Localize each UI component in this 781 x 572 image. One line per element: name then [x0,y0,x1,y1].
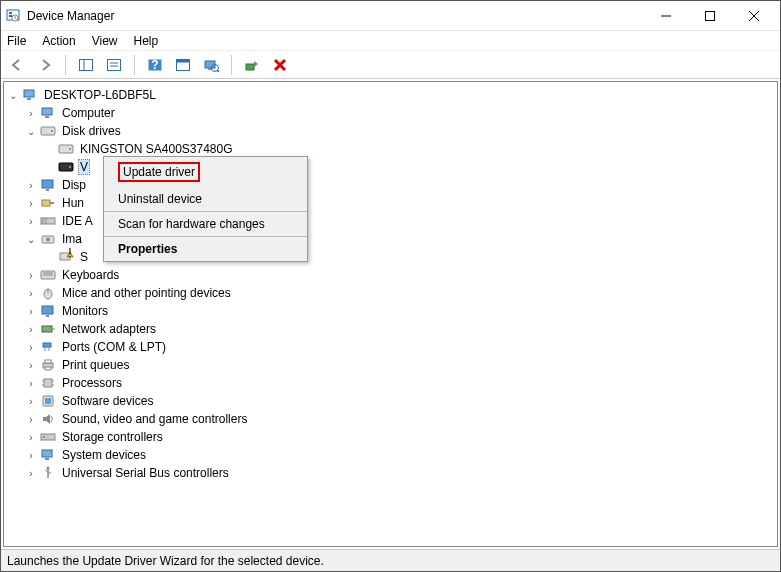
processor-icon [40,375,56,391]
tree-node-software[interactable]: › Software devices [6,392,775,410]
svg-rect-36 [42,200,50,206]
ide-icon [40,213,56,229]
properties-button[interactable] [102,53,126,77]
forward-button[interactable] [33,53,57,77]
svg-rect-51 [46,315,49,317]
tree-node-sound[interactable]: › Sound, video and game controllers [6,410,775,428]
system-icon [40,447,56,463]
tree-node-computer[interactable]: › Computer [6,104,775,122]
svg-rect-5 [706,11,715,20]
chevron-right-icon[interactable]: › [24,414,38,425]
disk-drive-icon [40,123,56,139]
device-tree[interactable]: ⌄ DESKTOP-L6DBF5L › Computer ⌄ Disk driv… [3,81,778,547]
port-icon [40,339,56,355]
tree-node-system[interactable]: › System devices [6,446,775,464]
chevron-right-icon[interactable]: › [24,468,38,479]
chevron-down-icon[interactable]: ⌄ [24,234,38,245]
help-button[interactable]: ? [143,53,167,77]
chevron-right-icon[interactable]: › [24,324,38,335]
toolbar: ? [1,51,780,79]
tree-node-keyboards[interactable]: › Keyboards [6,266,775,284]
context-menu-update-driver[interactable]: Update driver [104,157,307,187]
mouse-icon [40,285,56,301]
show-hide-tree-button[interactable] [74,53,98,77]
menu-help[interactable]: Help [134,34,159,48]
computer-category-icon [40,105,56,121]
context-menu-uninstall[interactable]: Uninstall device [104,187,307,211]
tree-node-ports[interactable]: › Ports (COM & LPT) [6,338,775,356]
software-icon [40,393,56,409]
chevron-right-icon[interactable]: › [24,198,38,209]
uninstall-button[interactable] [268,53,292,77]
tree-node-label: KINGSTON SA400S37480G [78,142,235,156]
tree-node-print-queues[interactable]: › Print queues [6,356,775,374]
close-button[interactable] [732,2,776,30]
chevron-right-icon[interactable]: › [24,378,38,389]
chevron-down-icon[interactable]: ⌄ [6,90,20,101]
svg-rect-8 [80,59,93,70]
toolbar-separator [134,55,135,75]
chevron-down-icon[interactable]: ⌄ [24,126,38,137]
chevron-right-icon[interactable]: › [24,180,38,191]
chevron-right-icon[interactable]: › [24,270,38,281]
menu-action[interactable]: Action [42,34,75,48]
imaging-icon [40,231,56,247]
tree-node-label: System devices [60,448,148,462]
chevron-right-icon[interactable]: › [24,108,38,119]
svg-rect-50 [42,306,53,314]
svg-point-29 [51,130,53,132]
back-button[interactable] [5,53,29,77]
svg-rect-35 [46,189,49,191]
svg-rect-59 [45,367,51,370]
chevron-right-icon[interactable]: › [24,288,38,299]
tree-node-monitors[interactable]: › Monitors [6,302,775,320]
chevron-right-icon[interactable]: › [24,216,38,227]
tree-node-label: Keyboards [60,268,121,282]
tree-node-label: IDE A [60,214,95,228]
context-menu-item-label: Properties [118,242,177,256]
window-title: Device Manager [27,9,644,23]
tree-node-network[interactable]: › Network adapters [6,320,775,338]
svg-rect-58 [45,360,51,363]
tree-node-disk-drives[interactable]: ⌄ Disk drives [6,122,775,140]
svg-point-72 [47,467,50,470]
tree-node-label: V [78,159,90,175]
tree-node-label: Software devices [60,394,155,408]
disk-drive-icon [58,141,74,157]
tree-node-processors[interactable]: › Processors [6,374,775,392]
tree-node-mice[interactable]: › Mice and other pointing devices [6,284,775,302]
action-button[interactable] [171,53,195,77]
chevron-right-icon[interactable]: › [24,450,38,461]
minimize-button[interactable] [644,2,688,30]
svg-rect-10 [108,59,121,70]
maximize-button[interactable] [688,2,732,30]
menu-view[interactable]: View [92,34,118,48]
status-text: Launches the Update Driver Wizard for th… [7,554,324,568]
svg-point-31 [69,148,71,150]
tree-node-storage[interactable]: › Storage controllers [6,428,775,446]
warning-device-icon: ! [58,249,74,265]
tree-node-root[interactable]: ⌄ DESKTOP-L6DBF5L [6,86,775,104]
scan-hardware-button[interactable] [199,53,223,77]
svg-rect-16 [177,59,190,62]
context-menu-properties[interactable]: Properties [104,237,307,261]
chevron-right-icon[interactable]: › [24,306,38,317]
keyboard-icon [40,267,56,283]
storage-icon [40,429,56,445]
context-menu-scan[interactable]: Scan for hardware changes [104,212,307,236]
chevron-right-icon[interactable]: › [24,360,38,371]
svg-text:!: ! [68,246,71,260]
update-driver-button[interactable] [240,53,264,77]
tree-node-usb[interactable]: › Universal Serial Bus controllers [6,464,775,482]
chevron-right-icon[interactable]: › [24,342,38,353]
titlebar: Device Manager [1,1,780,31]
tree-node-label: Mice and other pointing devices [60,286,233,300]
highlight-box: Update driver [118,162,200,182]
tree-node-label: Print queues [60,358,131,372]
tree-node-label: Ports (COM & LPT) [60,340,168,354]
tree-node-label: Computer [60,106,117,120]
menu-file[interactable]: File [7,34,26,48]
chevron-right-icon[interactable]: › [24,396,38,407]
svg-rect-2 [9,15,12,17]
chevron-right-icon[interactable]: › [24,432,38,443]
